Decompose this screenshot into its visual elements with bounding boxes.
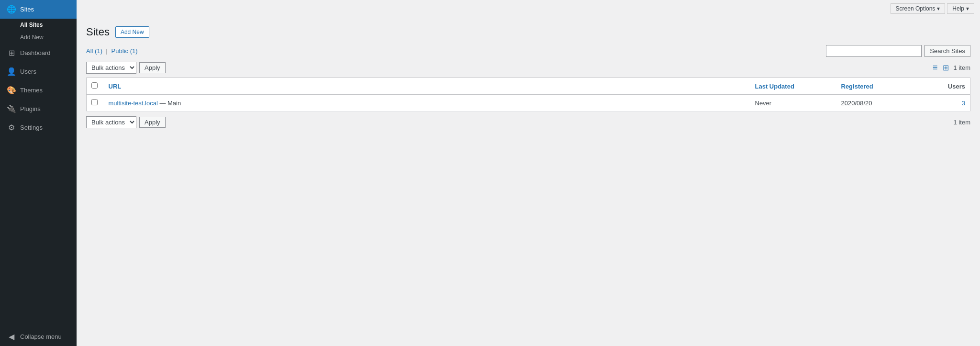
collapse-icon: ◀ xyxy=(7,332,16,341)
row-url-cell: multisite-test.local — Main xyxy=(104,95,750,112)
table-header-row: URL Last Updated Registered Users xyxy=(87,78,970,95)
screen-options-button[interactable]: Screen Options ▾ xyxy=(891,3,946,14)
filter-all-link[interactable]: All (1) xyxy=(86,47,104,55)
settings-icon: ⚙ xyxy=(7,123,16,132)
filter-public-link[interactable]: Public (1) xyxy=(111,47,138,55)
last-updated-column-header[interactable]: Last Updated xyxy=(750,78,836,95)
row-url-link[interactable]: multisite-test.local xyxy=(109,100,158,107)
row-registered-cell: 2020/08/20 xyxy=(836,95,923,112)
bottom-toolbar-left: Bulk actions Apply xyxy=(86,116,166,128)
page-title-row: Sites Add New xyxy=(86,26,970,38)
row-checkbox[interactable] xyxy=(91,99,98,105)
row-users-link[interactable]: 3 xyxy=(962,100,965,107)
row-url-suffix: — Main xyxy=(158,100,181,107)
item-count-top: 1 item xyxy=(954,64,970,71)
sidebar-item-sites[interactable]: 🌐 Sites xyxy=(0,0,77,19)
grid-view-icon: ⊞ xyxy=(943,64,949,72)
check-all-checkbox[interactable] xyxy=(91,82,98,89)
collapse-label: Collapse menu xyxy=(20,333,62,340)
apply-button-top[interactable]: Apply xyxy=(139,62,166,73)
check-all-header xyxy=(87,78,104,95)
list-view-button[interactable]: ≡ xyxy=(931,62,940,74)
sidebar-item-users-label: Users xyxy=(20,68,36,75)
row-last-updated-cell: Never xyxy=(750,95,836,112)
url-column-header[interactable]: URL xyxy=(104,78,750,95)
table-body: multisite-test.local — Main Never 2020/0… xyxy=(87,95,970,112)
sidebar-item-users[interactable]: 👤 Users xyxy=(0,62,77,81)
bulk-actions-select-bottom[interactable]: Bulk actions xyxy=(86,116,136,128)
sites-table: URL Last Updated Registered Users xyxy=(86,78,970,112)
add-new-button[interactable]: Add New xyxy=(115,26,149,38)
sidebar-item-dashboard[interactable]: ⊞ Dashboard xyxy=(0,44,77,62)
grid-view-button[interactable]: ⊞ xyxy=(941,62,951,73)
top-toolbar-left: Bulk actions Apply xyxy=(86,62,166,74)
sidebar-sub-add-new[interactable]: Add New xyxy=(0,31,77,44)
themes-icon: 🎨 xyxy=(7,86,16,95)
main-content: Screen Options ▾ Help ▾ Sites Add New Al… xyxy=(77,0,980,346)
sidebar-sub-all-sites[interactable]: All Sites xyxy=(0,19,77,31)
sites-icon: 🌐 xyxy=(7,5,16,14)
apply-button-bottom[interactable]: Apply xyxy=(139,117,166,128)
sidebar: 🌐 Sites All Sites Add New ⊞ Dashboard 👤 … xyxy=(0,0,77,346)
search-input[interactable] xyxy=(826,45,922,57)
sidebar-item-themes-label: Themes xyxy=(20,87,43,94)
content-area: Sites Add New All (1) | Public (1) Searc… xyxy=(77,17,980,346)
row-users-cell: 3 xyxy=(923,95,970,112)
search-sites-button[interactable]: Search Sites xyxy=(924,45,970,57)
list-view-icon: ≡ xyxy=(933,63,938,72)
sidebar-item-sites-label: Sites xyxy=(20,6,34,13)
registered-column-header[interactable]: Registered xyxy=(836,78,923,95)
filter-links: All (1) | Public (1) xyxy=(86,47,138,55)
filter-separator: | xyxy=(106,47,108,55)
page-title: Sites xyxy=(86,26,110,38)
item-count-bottom: 1 item xyxy=(954,119,970,126)
users-column-header: Users xyxy=(923,78,970,95)
bottom-toolbar: Bulk actions Apply 1 item xyxy=(86,116,970,128)
sidebar-item-plugins[interactable]: 🔌 Plugins xyxy=(0,100,77,118)
sidebar-item-settings-label: Settings xyxy=(20,124,43,131)
top-toolbar: Bulk actions Apply ≡ ⊞ 1 item xyxy=(86,62,970,74)
sidebar-item-themes[interactable]: 🎨 Themes xyxy=(0,81,77,100)
bulk-actions-select-top[interactable]: Bulk actions xyxy=(86,62,136,74)
filter-row: All (1) | Public (1) Search Sites xyxy=(86,45,970,57)
sidebar-item-plugins-label: Plugins xyxy=(20,105,41,112)
sidebar-item-settings[interactable]: ⚙ Settings xyxy=(0,118,77,137)
plugins-icon: 🔌 xyxy=(7,104,16,113)
collapse-menu[interactable]: ◀ Collapse menu xyxy=(0,327,77,346)
search-row: Search Sites xyxy=(826,45,970,57)
table-row: multisite-test.local — Main Never 2020/0… xyxy=(87,95,970,112)
help-button[interactable]: Help ▾ xyxy=(947,3,974,14)
top-toolbar-right: ≡ ⊞ 1 item xyxy=(931,62,970,74)
help-chevron-icon: ▾ xyxy=(966,5,969,12)
users-icon: 👤 xyxy=(7,67,16,76)
sidebar-item-dashboard-label: Dashboard xyxy=(20,49,51,56)
row-checkbox-cell xyxy=(87,95,104,112)
topbar: Screen Options ▾ Help ▾ xyxy=(77,0,980,17)
screen-options-chevron-icon: ▾ xyxy=(937,5,940,12)
dashboard-icon: ⊞ xyxy=(7,48,16,57)
view-toggle: ≡ ⊞ xyxy=(931,62,951,74)
